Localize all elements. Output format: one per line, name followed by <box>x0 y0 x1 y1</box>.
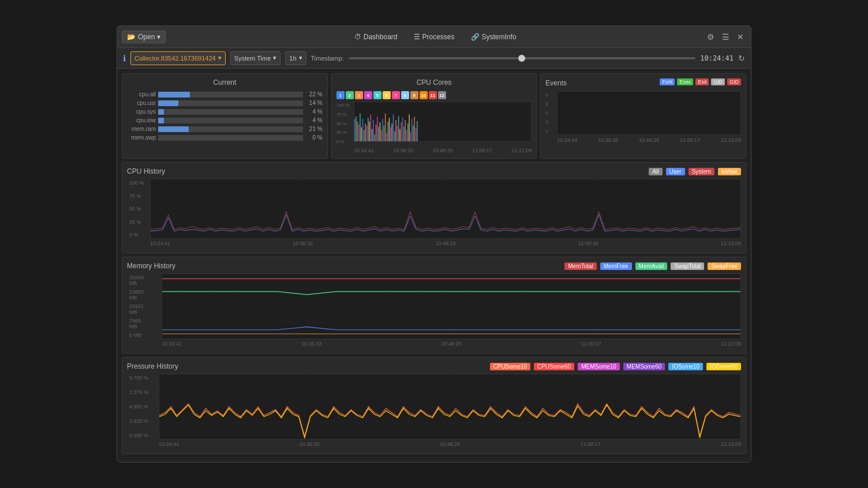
memory-history-legend-item: MemAvail <box>635 262 668 270</box>
svg-rect-41 <box>405 120 406 141</box>
events-panel-title: Events <box>545 79 567 87</box>
svg-rect-22 <box>379 122 380 141</box>
title-bar: 📂 Open ▾ ⏱ Dashboard ☰ Processes 🔗 Syste… <box>117 26 751 48</box>
pressure-history-header: Pressure History CPUSome10CPUSome60MEMSo… <box>127 362 741 370</box>
events-panel: Events ForkExecExitUIDGID 0 0 <box>540 73 746 159</box>
svg-rect-12 <box>366 126 367 141</box>
time-display: 10:24:41 <box>700 54 734 62</box>
metric-label: cpu.sys <box>127 108 156 115</box>
slider-thumb <box>518 55 525 62</box>
timestamp-slider[interactable] <box>349 57 696 59</box>
core-tab: 12 <box>438 91 446 99</box>
core-tab: 11 <box>429 91 437 99</box>
metric-bar-bg <box>158 126 303 132</box>
metric-label: mem.swp <box>127 134 156 141</box>
svg-rect-17 <box>373 120 374 141</box>
current-panel: Current cpu.all 22 % cpu.usr 14 % cpu.sy… <box>122 73 328 159</box>
metric-bar <box>158 126 189 132</box>
svg-rect-10 <box>364 130 365 141</box>
core-tab: 1 <box>336 91 345 99</box>
metric-label: cpu.iow <box>127 117 156 123</box>
menu-button[interactable]: ☰ <box>720 32 731 42</box>
memory-history-chart-container: 31843 MB23882 MB15921 MB7960 MB0 MB <box>127 273 741 348</box>
refresh-button[interactable]: ↻ <box>738 54 745 63</box>
event-badge: Exec <box>677 78 693 85</box>
svg-rect-6 <box>358 125 360 141</box>
cpu-history-legend-item: All <box>649 168 662 175</box>
metric-bar <box>158 109 164 115</box>
svg-rect-24 <box>382 119 383 141</box>
svg-rect-40 <box>403 127 405 141</box>
nav-center: ⏱ Dashboard ☰ Processes 🔗 SystemInfo <box>169 31 701 43</box>
dashboard-nav-button[interactable]: ⏱ Dashboard <box>347 31 405 43</box>
metric-label: cpu.all <box>127 91 156 97</box>
event-badge: GID <box>727 78 741 85</box>
svg-rect-20 <box>377 117 378 141</box>
open-dropdown-icon: ▾ <box>157 33 160 41</box>
svg-rect-34 <box>395 120 396 141</box>
svg-rect-3 <box>354 119 356 141</box>
memory-history-title: Memory History <box>127 262 175 270</box>
settings-button[interactable]: ⚙ <box>705 32 716 42</box>
pressure-history-chart-container: 9.700 %7.275 %4.850 %2.425 %0.000 % <box>127 374 741 449</box>
svg-rect-18 <box>374 134 375 141</box>
metric-bar-bg <box>158 92 303 97</box>
close-button[interactable]: ✕ <box>735 32 746 42</box>
timestamp-label: Timestamp: <box>311 55 344 62</box>
range-dropdown-icon: ▾ <box>299 54 302 62</box>
svg-rect-21 <box>378 127 379 141</box>
info-icon[interactable]: ℹ <box>123 54 126 63</box>
app-window: 📂 Open ▾ ⏱ Dashboard ☰ Processes 🔗 Syste… <box>117 25 751 463</box>
range-selector[interactable]: 1h ▾ <box>285 51 306 65</box>
memory-history-legend-item: MemTotal <box>564 262 596 270</box>
collector-label: Collector.83542.1673691424 <box>134 55 216 62</box>
memory-history-panel: Memory History MemTotalMemFreeMemAvailSw… <box>122 257 746 354</box>
timestamp-area: Timestamp: <box>311 55 696 62</box>
metric-value: 14 % <box>305 100 323 106</box>
pressure-history-title: Pressure History <box>127 362 178 370</box>
svg-rect-48 <box>414 117 415 141</box>
systeminfo-nav-button[interactable]: 🔗 SystemInfo <box>464 31 523 43</box>
svg-rect-8 <box>361 127 362 141</box>
collector-selector[interactable]: Collector.83542.1673691424 ▾ <box>130 51 226 65</box>
metric-row: mem.swp 0 % <box>127 134 323 141</box>
pressure-history-x-labels: 10:24:4410:36:3510:48:2611:00:1711:12:09 <box>159 440 741 449</box>
events-chart <box>557 91 741 135</box>
event-legend: ForkExecExitUIDGID <box>660 78 741 85</box>
metric-label: mem.ram <box>127 126 156 132</box>
core-tabs: 123456789101112 <box>336 91 532 99</box>
current-metrics: cpu.all 22 % cpu.usr 14 % cpu.sys 4 % cp… <box>127 91 323 141</box>
systeminfo-nav-label: SystemInfo <box>482 33 517 41</box>
svg-rect-33 <box>394 132 395 141</box>
metric-row: cpu.all 22 % <box>127 91 323 97</box>
cpu-cores-chart <box>354 102 532 142</box>
memory-history-legend-item: SwapTotal <box>671 262 704 270</box>
time-source-selector[interactable]: System Time ▾ <box>230 51 281 65</box>
cpu-cores-panel: CPU Cores 123456789101112 <box>331 73 537 159</box>
pressure-history-chart <box>159 374 741 440</box>
svg-rect-19 <box>375 125 376 141</box>
metric-bar <box>158 118 164 123</box>
svg-rect-37 <box>399 129 401 141</box>
cpu-history-chart <box>150 179 741 239</box>
dashboard-nav-label: Dashboard <box>364 33 398 41</box>
memory-history-y-axis: 31843 MB23882 MB15921 MB7960 MB0 MB <box>127 273 150 339</box>
content-area: Current cpu.all 22 % cpu.usr 14 % cpu.sy… <box>117 69 751 462</box>
svg-rect-23 <box>381 130 382 141</box>
memory-history-x-labels: 10:24:4110:36:3310:48:2511:00:1711:12:09 <box>162 339 741 348</box>
svg-rect-44 <box>409 114 410 141</box>
svg-rect-13 <box>368 118 369 141</box>
processes-nav-button[interactable]: ☰ Processes <box>407 31 462 43</box>
metric-bar-bg <box>158 118 303 123</box>
svg-rect-29 <box>388 118 390 141</box>
svg-rect-50 <box>417 121 418 141</box>
metric-value: 0 % <box>305 134 323 141</box>
pressure-legend-item: IOSome10 <box>668 363 703 370</box>
open-button[interactable]: 📂 Open ▾ <box>122 31 166 43</box>
core-tab: 5 <box>373 91 381 99</box>
memory-history-chart <box>162 273 741 339</box>
svg-rect-9 <box>362 119 363 141</box>
svg-rect-46 <box>411 119 413 141</box>
events-x-labels: 10:24:4410:36:3510:48:2611:00:1711:12:09 <box>557 137 741 143</box>
dashboard-icon: ⏱ <box>354 33 361 41</box>
